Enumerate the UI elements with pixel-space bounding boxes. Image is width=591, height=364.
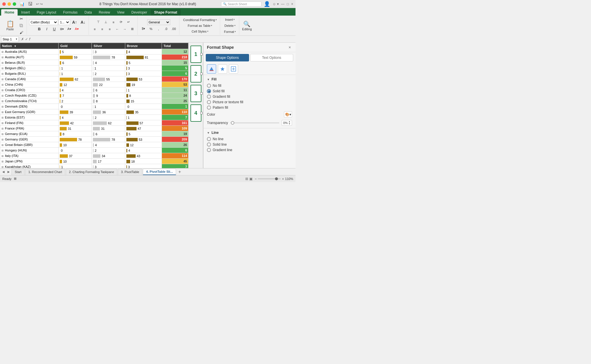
cut-button[interactable]: ✂ [18,16,25,22]
expand-icon[interactable]: ⊞ [1,133,4,136]
minimize-button[interactable] [8,2,11,6]
text-direction-button[interactable]: ⟳ [117,19,124,25]
resize-handle-2[interactable] [200,73,203,75]
align-top-button[interactable]: ⊤ [95,19,102,25]
zoom-thumb[interactable] [275,177,278,180]
resize-handle-3[interactable] [200,92,203,95]
currency-button[interactable]: $▾ [140,26,147,32]
expand-icon[interactable]: ⊞ [1,155,4,157]
copy-button[interactable]: ⿻ [18,22,25,29]
side-box-3[interactable]: 3 [190,85,201,102]
normal-view-icon[interactable]: ⊞ [245,177,248,181]
conditional-formatting-button[interactable]: Conditional Formatting ▾ [182,17,218,22]
side-box-1[interactable]: 1 [190,46,201,63]
formula-input[interactable] [31,36,294,42]
increase-font-button[interactable]: A↑ [71,19,78,25]
expand-icon[interactable]: ⊞ [1,116,4,119]
expand-icon[interactable]: ⊞ [1,144,4,147]
fill-section-header[interactable]: ▼ Fill [207,77,292,81]
font-size-select[interactable]: 1... [59,19,70,25]
maximize-button[interactable] [13,2,16,6]
cancel-icon[interactable]: ✗ [21,37,24,41]
increase-indent-button[interactable]: → [121,26,128,32]
delete-cells-button[interactable]: Delete▾ [223,23,237,28]
add-sheet-button[interactable]: + [177,169,183,175]
align-center-button[interactable]: ≡ [99,26,106,32]
solid-line-radio[interactable] [207,142,211,147]
expand-icon[interactable]: ⊞ [1,160,4,163]
pattern-fill-radio[interactable] [207,106,211,110]
expand-icon[interactable]: ⊞ [1,127,4,130]
merge-button[interactable]: ⊞ [129,26,136,32]
number-format-select[interactable]: General [147,19,170,25]
side-box-2[interactable]: 2 [190,65,201,82]
filter-icon[interactable]: ▼ [14,45,16,48]
no-fill-option[interactable]: No fill [207,84,292,88]
tab-view[interactable]: View [113,9,128,16]
tab-shape-format[interactable]: Shape Format [151,9,181,16]
text-options-tab[interactable]: Text Options [250,54,293,61]
nav-right-arrow[interactable]: ▶ [6,170,11,174]
tab-developer[interactable]: Developer [128,9,151,16]
increase-decimal-button[interactable]: .00 [170,26,177,32]
no-fill-radio[interactable] [207,84,211,88]
function-icon[interactable]: f [29,37,30,41]
paste-button[interactable]: 📋 Paste [3,18,17,34]
tab-review[interactable]: Review [95,9,113,16]
expand-icon[interactable]: ⊞ [1,61,4,64]
confirm-icon[interactable]: ✓ [25,37,28,41]
comma-button[interactable]: , [155,26,162,32]
sheet-tab-2[interactable]: 2. Charting Formating Taskpane [66,169,117,175]
zoom-in-button[interactable]: + [282,177,284,181]
align-left-button[interactable]: ≡ [91,26,98,32]
nav-left-arrow[interactable]: ◀ [1,170,6,174]
expand-icon[interactable]: ⊞ [1,83,4,86]
color-picker-button[interactable]: 🎨▾ [284,111,292,118]
tab-home[interactable]: Home [1,9,18,16]
expand-icon[interactable]: ⊞ [1,111,4,114]
zoom-out-button[interactable]: − [255,177,257,181]
gradient-fill-radio[interactable] [207,95,211,99]
name-box[interactable]: Step 1 ▾ [1,36,18,42]
expand-icon[interactable]: ⊞ [1,78,4,81]
cell-styles-button[interactable]: Cell Styles ▾ [190,29,210,34]
fill-line-icon-btn[interactable] [207,64,216,74]
font-color-button[interactable]: A▾ [73,26,80,32]
effects-icon-btn[interactable] [218,64,227,74]
wrap-text-button[interactable]: ↵ [125,19,132,25]
search-box[interactable]: 🔍 Search Sheet [221,1,261,7]
expand-icon[interactable]: ⊞ [1,56,4,59]
solid-fill-option[interactable]: Solid fill [207,89,292,93]
solid-fill-radio[interactable] [207,89,211,93]
expand-icon[interactable]: ⊞ [1,100,4,103]
tab-formulas[interactable]: Formulas [60,9,81,16]
bold-button[interactable]: B [36,26,43,32]
no-line-radio[interactable] [207,137,211,141]
expand-icon[interactable]: ⊞ [1,72,4,75]
expand-icon[interactable]: ⊞ [1,94,4,97]
zoom-slider[interactable] [258,178,281,179]
shape-options-tab[interactable]: Shape Options [206,54,249,61]
expand-icon[interactable]: ⊞ [1,105,4,108]
sheet-tab-1[interactable]: 1. Recommended Chart [25,169,65,175]
align-middle-button[interactable]: ⊥ [102,19,109,25]
gradient-line-option[interactable]: Gradient line [207,148,292,152]
underline-button[interactable]: U [51,26,58,32]
tab-page-layout[interactable]: Page Layout [33,9,59,16]
expand-icon[interactable]: ⊞ [1,166,4,168]
resize-handle-4[interactable] [200,112,203,114]
fill-color-button[interactable]: A▾ [66,26,73,32]
sheet-tab-3[interactable]: 3. PivotTable [118,169,142,175]
page-layout-icon[interactable]: ⊞ [14,177,16,181]
sheet-tab-start[interactable]: Start [12,169,25,175]
tab-data[interactable]: Data [81,9,95,16]
expand-icon[interactable]: ⊞ [1,50,4,53]
borders-button[interactable]: ⊞▾ [58,26,65,32]
expand-icon[interactable]: ⊞ [1,149,4,152]
decrease-indent-button[interactable]: ← [114,26,121,32]
expand-icon[interactable]: ⊞ [1,67,4,70]
resize-handle-1[interactable] [200,53,203,55]
panel-close-button[interactable]: × [287,45,292,50]
sheet-tab-4[interactable]: 4. PivotTable Sli... [143,169,176,175]
transparency-slider[interactable] [230,122,279,123]
